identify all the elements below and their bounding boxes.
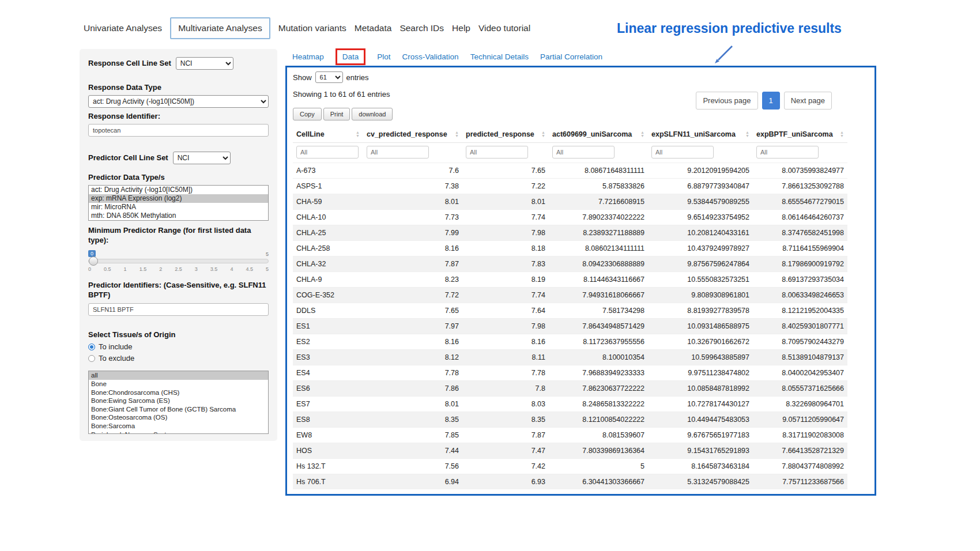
slider-tick: 1	[124, 266, 127, 272]
value-cell: 8.05557371625666	[753, 381, 847, 397]
value-cell: 5.31324579088425	[648, 474, 753, 490]
value-cell: 7.65	[363, 303, 462, 319]
radio-to-exclude[interactable]: To exclude	[88, 354, 269, 363]
slider-tick: 4.5	[246, 266, 253, 272]
value-cell: 8.23	[363, 272, 462, 288]
cellline-cell: HOS	[293, 443, 363, 459]
nav-multivariate-analyses[interactable]: Multivariate Analyses	[170, 17, 270, 39]
slider-track[interactable]	[88, 259, 269, 263]
nav-metadata[interactable]: Metadata	[355, 23, 392, 33]
predictor-data-type-option[interactable]: act: Drug Activity (-log10[IC50M])	[89, 186, 268, 194]
tab-heatmap[interactable]: Heatmap	[292, 52, 324, 61]
cellline-cell: ES6	[293, 381, 363, 397]
tab-cross-validation[interactable]: Cross-Validation	[402, 52, 459, 61]
value-cell: 7.6	[363, 163, 462, 179]
table-row: ES38.128.118.10001035410.5996438858978.5…	[293, 350, 847, 365]
nav-help[interactable]: Help	[452, 23, 470, 33]
filter-cv-predicted-input[interactable]	[367, 146, 429, 158]
value-cell: 8.71164155969904	[753, 241, 847, 256]
value-cell: 8.16	[363, 241, 462, 256]
value-cell: 8.24865813322222	[549, 397, 648, 412]
copy-button[interactable]: Copy	[293, 108, 322, 120]
value-cell: 10.4494475483053	[648, 412, 753, 428]
sort-icon: ▲▼	[356, 131, 360, 138]
tab-technical-details[interactable]: Technical Details	[470, 52, 529, 61]
page-number-button[interactable]: 1	[762, 92, 780, 110]
table-row: ES78.018.038.2486581332222210.7278174430…	[293, 397, 847, 412]
col-header-expbptf[interactable]: expBPTF_uniSarcoma▲▼	[753, 126, 847, 143]
col-header-cellline[interactable]: CellLine▲▼	[293, 126, 363, 143]
value-cell: 6.30441303366667	[549, 474, 648, 490]
value-cell: 5	[549, 459, 648, 474]
nav-search-ids[interactable]: Search IDs	[399, 23, 444, 33]
cellline-cell: ASPS-1	[293, 179, 363, 194]
radio-to-include-label: To include	[99, 342, 133, 351]
nav-video-tutorial[interactable]: Video tutorial	[478, 23, 530, 33]
predictor-cell-line-set-label: Predictor Cell Line Set	[88, 153, 168, 163]
predictor-data-type-option[interactable]: mth: DNA 850K Methylation	[89, 212, 268, 220]
value-cell: 7.42	[462, 459, 549, 474]
next-page-button[interactable]: Next page	[784, 92, 832, 110]
slider-tick: 4	[230, 266, 233, 272]
col-header-cv-predicted-response[interactable]: cv_predicted_response▲▼	[363, 126, 462, 143]
tissue-option[interactable]: Bone:Ewing Sarcoma (ES)	[89, 397, 268, 405]
table-row: CHLA-107.737.747.890233740222229.6514923…	[293, 210, 847, 225]
tissue-option[interactable]: Peripheral_Nervous_System	[89, 431, 268, 435]
value-cell: 10.3267901662672	[648, 334, 753, 350]
radio-to-include[interactable]: To include	[88, 342, 269, 351]
tab-data[interactable]: Data	[342, 52, 359, 61]
response-cell-line-set-select[interactable]: NCI	[176, 57, 233, 70]
value-cell: 7.47	[462, 443, 549, 459]
table-row: Hs 706.T6.946.936.304413033666675.313245…	[293, 474, 847, 490]
response-identifier-input[interactable]	[88, 124, 269, 137]
table-row: HOS7.447.477.803398691363649.15431765291…	[293, 443, 847, 459]
value-cell: 10.7278174430127	[648, 397, 753, 412]
value-cell: 7.22	[462, 179, 549, 194]
print-button[interactable]: Print	[323, 108, 350, 120]
col-header-predicted-response[interactable]: predicted_response▲▼	[462, 126, 549, 143]
pagination: Previous page 1 Next page	[696, 92, 832, 110]
filter-act609699-input[interactable]	[552, 146, 615, 158]
filter-expbptf-input[interactable]	[756, 146, 819, 158]
value-cell: 7.65	[462, 163, 549, 179]
slider-value-badge: 0	[88, 250, 96, 257]
response-cell-line-set-field: Response Cell Line Set NCI	[88, 57, 269, 70]
tissue-option[interactable]: Bone:Chondrosarcoma (CHS)	[89, 388, 268, 397]
nav-mutation-variants[interactable]: Mutation variants	[278, 23, 346, 33]
table-body: A-6737.67.658.086716483111119.2012091959…	[293, 163, 847, 490]
predictor-identifiers-input[interactable]	[88, 303, 269, 316]
value-cell: 8.06146464260737	[753, 210, 847, 225]
tissue-option[interactable]: Bone:Osteosarcoma (OS)	[89, 413, 268, 422]
value-cell: 9.65149233754952	[648, 210, 753, 225]
value-cell: 7.75711233687566	[753, 474, 847, 490]
tissue-option[interactable]: Bone:Sarcoma	[89, 422, 268, 431]
value-cell: 7.7216608915	[549, 194, 648, 210]
cellline-cell: Hs 132.T	[293, 459, 363, 474]
tissue-option-selected[interactable]: all	[89, 371, 268, 380]
value-cell: 8.12	[363, 350, 462, 365]
col-header-act609699[interactable]: act609699_uniSarcoma▲▼	[549, 126, 648, 143]
filter-expslfn11-input[interactable]	[651, 146, 714, 158]
table-row: CHLA-327.877.838.094233068888899.8756759…	[293, 256, 847, 272]
nav-univariate-analyses[interactable]: Univariate Analyses	[84, 23, 162, 33]
tissue-option[interactable]: Bone	[89, 380, 268, 388]
value-cell: 8.3226980964701	[753, 397, 847, 412]
filter-predicted-input[interactable]	[466, 146, 528, 158]
response-data-type-select[interactable]: act: Drug Activity (-log10[IC50M])	[88, 95, 269, 108]
tissue-option[interactable]: Bone:Giant Cell Tumor of Bone (GCTB) Sar…	[89, 405, 268, 414]
download-button[interactable]: download	[352, 108, 393, 120]
predictor-data-type-option-selected[interactable]: exp: mRNA Expression (log2)	[89, 194, 268, 203]
tab-partial-correlation[interactable]: Partial Correlation	[540, 52, 602, 61]
data-tab-highlight-box: Data	[336, 48, 366, 65]
col-header-expslfn11[interactable]: expSLFN11_uniSarcoma▲▼	[648, 126, 753, 143]
slider-handle[interactable]	[89, 256, 98, 266]
tab-plot[interactable]: Plot	[377, 52, 390, 61]
predictor-data-type-option[interactable]: mir: MicroRNA	[89, 203, 268, 212]
previous-page-button[interactable]: Previous page	[696, 92, 757, 110]
entries-count-select[interactable]: 61	[315, 71, 343, 83]
sort-icon: ▲▼	[840, 131, 844, 138]
min-predictor-range-label: Minimum Predictor Range (for first liste…	[88, 225, 269, 246]
predictor-cell-line-set-select[interactable]: NCI	[173, 152, 231, 164]
filter-cellline-input[interactable]	[296, 146, 359, 158]
value-cell: 9.87567596247864	[648, 256, 753, 272]
